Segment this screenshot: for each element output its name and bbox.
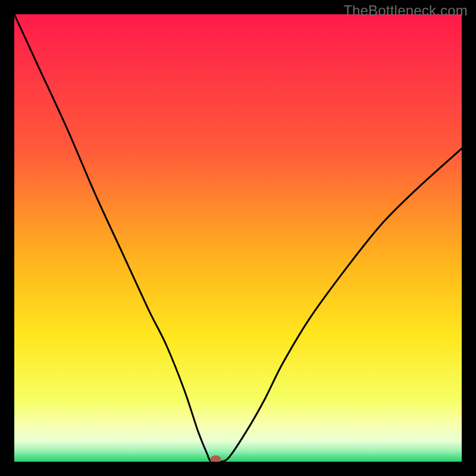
chart-frame: TheBottleneck.com: [0, 0, 476, 476]
watermark-label: TheBottleneck.com: [343, 2, 468, 19]
chart-svg: [14, 14, 462, 462]
plot-area: [14, 14, 462, 462]
gradient-background: [14, 14, 462, 462]
